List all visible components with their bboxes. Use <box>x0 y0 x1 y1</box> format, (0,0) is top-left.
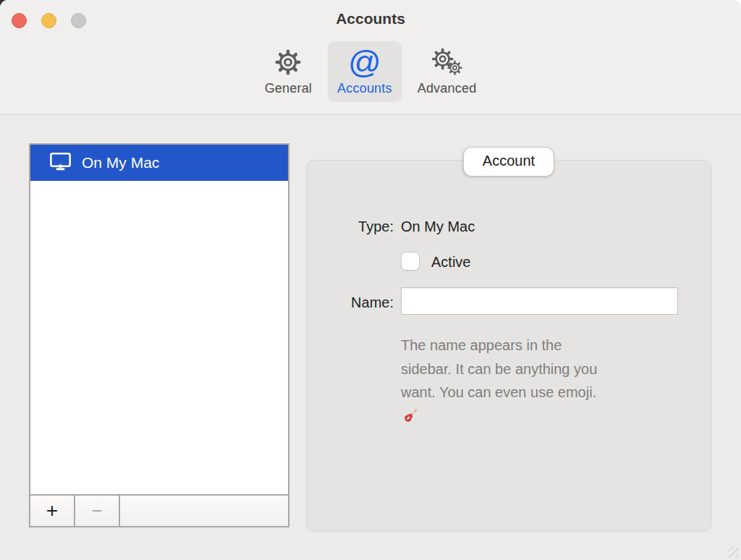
accounts-sidebar: On My Mac + − <box>29 143 289 527</box>
tab-accounts-label: Accounts <box>337 81 392 96</box>
controls-filler <box>120 496 288 526</box>
type-label: Type: <box>307 219 394 235</box>
help-line: want. You can even use emoji. <box>401 381 690 404</box>
list-controls: + − <box>29 494 289 527</box>
window-title: Accounts <box>0 10 741 27</box>
titlebar-toolbar-area: Accounts General @ Accounts <box>0 0 741 115</box>
window-resize-grip[interactable] <box>727 546 739 558</box>
gear-icon <box>271 45 305 80</box>
tab-accounts[interactable]: @ Accounts <box>328 41 402 102</box>
electric-guitar-emoji <box>401 407 419 425</box>
active-checkbox[interactable] <box>401 252 420 271</box>
tab-general-label: General <box>265 81 312 96</box>
name-input[interactable] <box>401 287 678 315</box>
list-item-on-my-mac[interactable]: On My Mac <box>30 145 288 181</box>
account-list: On My Mac <box>29 143 289 496</box>
active-checkbox-label: Active <box>431 254 470 271</box>
screen: Accounts General @ Accounts <box>0 0 741 560</box>
list-item-label: On My Mac <box>82 154 159 171</box>
account-detail-panel: Type: On My Mac Active Name: The name ap… <box>306 160 711 531</box>
at-sign-icon: @ <box>348 45 381 80</box>
help-line: sidebar. It can be anything you <box>401 357 690 381</box>
toolbar-tabs: General @ Accounts Advanced <box>0 41 741 102</box>
account-section-header: Account <box>463 147 554 177</box>
content-area: On My Mac + − Account Type: On My Mac Ac… <box>0 116 741 560</box>
name-label: Name: <box>307 294 394 311</box>
remove-account-button[interactable]: − <box>75 496 120 526</box>
name-help-text: The name appears in the sidebar. It can … <box>401 334 690 429</box>
display-icon <box>49 150 72 176</box>
type-value: On My Mac <box>401 219 475 235</box>
tab-advanced-label: Advanced <box>418 81 477 96</box>
tab-advanced[interactable]: Advanced <box>408 41 486 102</box>
help-line: The name appears in the <box>401 334 690 357</box>
help-emoji-line <box>401 404 690 429</box>
accounts-preferences-window: Accounts General @ Accounts <box>0 0 741 560</box>
add-account-button[interactable]: + <box>30 496 75 526</box>
double-gear-icon <box>428 45 466 80</box>
tab-general[interactable]: General <box>255 41 321 102</box>
